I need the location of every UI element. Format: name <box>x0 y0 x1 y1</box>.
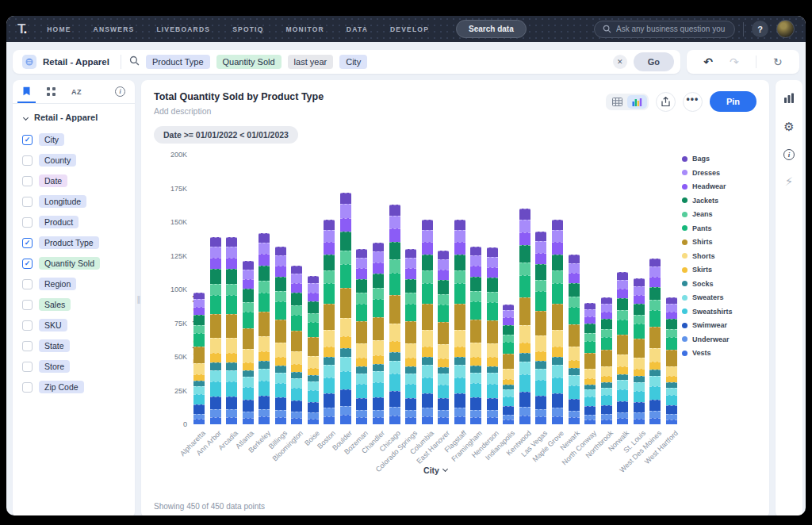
bar-segment-underwear[interactable] <box>324 408 335 416</box>
bar-segment-shorts[interactable] <box>275 343 286 357</box>
bar-segment-sweatshirts[interactable] <box>259 381 270 396</box>
bar-segment-headwear[interactable] <box>324 242 335 255</box>
bar-segment-pants[interactable] <box>649 310 661 327</box>
bar-segment-socks[interactable] <box>373 364 384 371</box>
bar-segment-sweaters[interactable] <box>634 382 645 391</box>
bar-segment-socks[interactable] <box>405 366 416 374</box>
legend-item-pants[interactable]: Pants <box>682 224 756 232</box>
bar-segment-skirts[interactable] <box>324 347 335 357</box>
bar-segment-bags[interactable] <box>422 220 433 230</box>
legend-item-sweatshirts[interactable]: Sweatshirts <box>682 308 756 316</box>
share-icon[interactable] <box>656 92 676 112</box>
chart-config-icon[interactable] <box>783 93 795 105</box>
bar-segment-pants[interactable] <box>438 305 449 322</box>
bar-northbrook[interactable] <box>601 297 612 424</box>
bar-ann-arbor[interactable] <box>210 237 221 424</box>
bar-segment-bags[interactable] <box>535 232 546 241</box>
bar-segment-swimwear[interactable] <box>373 397 384 410</box>
search-data-button[interactable]: Search data <box>456 20 527 38</box>
bar-segment-shorts[interactable] <box>601 366 612 377</box>
bar-segment-dresses[interactable] <box>275 255 286 266</box>
bar-chandler[interactable] <box>373 243 384 424</box>
nav-item-develop[interactable]: DEVELOP <box>390 25 429 33</box>
field-row-date[interactable]: Date <box>17 171 130 191</box>
tab-formulas[interactable] <box>47 80 56 103</box>
refresh-icon[interactable]: ↻ <box>773 56 783 67</box>
user-avatar[interactable] <box>776 20 795 38</box>
bar-segment-pants[interactable] <box>373 299 384 317</box>
bar-segment-jackets[interactable] <box>291 293 302 305</box>
help-button[interactable]: ? <box>752 21 768 37</box>
bar-segment-dresses[interactable] <box>601 304 612 312</box>
legend-item-bags[interactable]: Bags <box>682 155 756 163</box>
bar-segment-shirts[interactable] <box>503 354 514 370</box>
bar-segment-jackets[interactable] <box>634 304 645 316</box>
field-checkbox[interactable] <box>22 279 33 289</box>
bar-segment-dresses[interactable] <box>666 304 677 312</box>
bar-segment-sweatshirts[interactable] <box>617 389 628 401</box>
bar-segment-socks[interactable] <box>193 381 205 386</box>
field-checkbox[interactable] <box>22 197 33 207</box>
bar-segment-shorts[interactable] <box>617 354 628 366</box>
bar-segment-jackets[interactable] <box>454 255 465 271</box>
bar-segment-sweatshirts[interactable] <box>454 377 465 394</box>
bar-segment-dresses[interactable] <box>454 230 465 243</box>
bar-segment-swimwear[interactable] <box>193 404 205 414</box>
bar-segment-jeans[interactable] <box>356 293 367 303</box>
tab-sort[interactable]: AZ <box>71 80 82 103</box>
bar-segment-jeans[interactable] <box>291 305 302 315</box>
nav-item-data[interactable]: DATA <box>347 25 368 33</box>
bar-segment-skirts[interactable] <box>291 364 302 372</box>
bar-east-hanover[interactable] <box>438 251 449 424</box>
bar-segment-swimwear[interactable] <box>243 400 254 411</box>
bar-segment-sweatshirts[interactable] <box>389 374 400 391</box>
bar-segment-sweaters[interactable] <box>649 376 661 386</box>
bar-segment-pants[interactable] <box>470 301 481 319</box>
bar-st.-louis[interactable] <box>634 278 645 424</box>
bar-segment-skirts[interactable] <box>193 374 205 381</box>
nav-item-monitor[interactable]: MONITOR <box>285 25 324 33</box>
bar-segment-bags[interactable] <box>634 278 645 285</box>
bar-segment-bags[interactable] <box>210 237 221 247</box>
bar-segment-swimwear[interactable] <box>226 397 237 410</box>
field-checkbox[interactable] <box>22 217 33 228</box>
bar-segment-socks[interactable] <box>275 366 286 373</box>
bar-segment-jeans[interactable] <box>666 329 677 337</box>
bar-segment-sweatshirts[interactable] <box>405 384 416 398</box>
bar-segment-jackets[interactable] <box>226 269 237 284</box>
bar-segment-swimwear[interactable] <box>259 396 270 409</box>
bar-segment-dresses[interactable] <box>373 251 384 262</box>
bar-segment-headwear[interactable] <box>356 268 367 278</box>
bar-segment-skirts[interactable] <box>601 376 612 382</box>
spotiq-bolt-icon[interactable]: ⚡ <box>785 176 794 188</box>
bar-segment-underwear[interactable] <box>373 410 384 417</box>
bar-segment-sweatshirts[interactable] <box>552 377 563 394</box>
bar-colorado-springs[interactable] <box>405 249 416 424</box>
bar-segment-skirts[interactable] <box>617 366 628 374</box>
bar-segment-dresses[interactable] <box>519 220 530 232</box>
bar-segment-underwear[interactable] <box>487 410 498 417</box>
bar-segment-skirts[interactable] <box>405 358 416 366</box>
bar-segment-underwear[interactable] <box>275 410 286 417</box>
search-token[interactable]: last year <box>288 55 334 69</box>
bar-segment-vests[interactable] <box>438 417 449 424</box>
bar-segment-shorts[interactable] <box>340 318 351 336</box>
bar-segment-jackets[interactable] <box>340 232 351 250</box>
bar-segment-swimwear[interactable] <box>324 393 335 408</box>
bar-segment-vests[interactable] <box>552 416 563 424</box>
bar-segment-jackets[interactable] <box>422 255 433 271</box>
field-checkbox[interactable] <box>22 362 33 372</box>
bar-segment-sweatshirts[interactable] <box>308 390 319 402</box>
bar-segment-skirts[interactable] <box>584 378 596 385</box>
bar-segment-dresses[interactable] <box>487 257 498 267</box>
bar-segment-pants[interactable] <box>193 333 205 347</box>
bar-segment-shorts[interactable] <box>649 348 661 362</box>
bar-segment-headwear[interactable] <box>470 266 481 276</box>
bar-segment-shirts[interactable] <box>275 320 286 343</box>
bar-framingham[interactable] <box>470 247 481 424</box>
bar-segment-shorts[interactable] <box>308 356 319 368</box>
field-row-sales[interactable]: Sales <box>17 294 130 315</box>
bar-segment-sweaters[interactable] <box>340 357 351 371</box>
bar-segment-shirts[interactable] <box>454 304 465 331</box>
bar-segment-bags[interactable] <box>503 305 514 311</box>
